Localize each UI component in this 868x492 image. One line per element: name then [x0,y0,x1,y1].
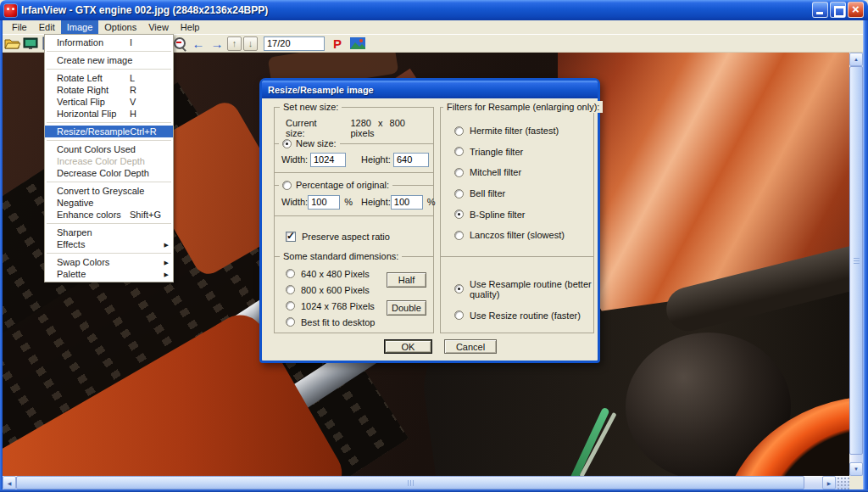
previous-image-icon[interactable]: ← [189,35,208,52]
horizontal-scroll-thumb[interactable] [16,476,804,489]
half-button[interactable]: Half [387,272,426,288]
menu-view[interactable]: View [142,20,175,34]
scroll-up-icon[interactable]: ▲ [849,53,863,66]
page-up-icon[interactable]: ↑ [227,36,242,51]
percentage-radio-row[interactable]: Percentage of original: [279,179,392,191]
set-new-size-group: Set new size: Current size: 1280 x 800 p… [274,107,434,333]
menu-item-negative[interactable]: Negative [45,197,173,209]
menu-item-convert-to-greyscale[interactable]: Convert to Greyscale [45,185,173,197]
menu-options[interactable]: Options [98,20,142,34]
triangle-filter-radio[interactable] [454,147,464,156]
print-icon[interactable]: P [333,36,342,51]
percentage-radio[interactable] [282,181,292,190]
standard-dimensions-subgroup: Some standard dimensions: 640 x 480 Pixe… [275,256,433,333]
titlebar: IrfanView - GTX engine 002.jpg (2848x213… [0,0,868,20]
resample-routine-radio[interactable] [454,284,464,294]
menu-item-rotate-left[interactable]: Rotate Left L [45,72,173,84]
dim-best-fit-radio[interactable] [286,317,295,327]
menu-item-sharpen[interactable]: Sharpen [45,226,173,238]
scroll-left-icon[interactable]: ◀ [3,476,16,489]
menu-edit[interactable]: Edit [33,20,61,34]
double-button[interactable]: Double [387,300,426,316]
resize-grip[interactable] [836,476,849,489]
resize-routine-radio[interactable] [454,310,464,320]
menu-separator [47,223,171,224]
bell-filter-option[interactable]: Bell filter [441,183,593,204]
resize-routine-option[interactable]: Use Resize routine (faster) [441,302,593,328]
new-height-input[interactable] [393,153,429,167]
lanczos-filter-radio[interactable] [454,231,464,240]
ok-button[interactable]: OK [384,339,432,354]
filters-group: Filters for Resample (enlarging only): H… [440,107,594,333]
new-width-input[interactable] [310,153,346,167]
scroll-right-icon[interactable]: ▶ [822,476,836,489]
percentage-subgroup: Percentage of original: Width: % Height:… [275,185,433,216]
scroll-down-icon[interactable]: ▼ [849,462,863,476]
resample-routine-option[interactable]: Use Resample routine (better quality) [441,276,593,302]
new-size-radio-row[interactable]: New size: [279,137,340,149]
horizontal-scrollbar[interactable]: ◀ ▶ [3,476,849,489]
dim-best-fit-option[interactable]: Best fit to desktop [286,314,375,330]
hermite-filter-radio[interactable] [454,126,464,136]
window-controls [812,2,864,18]
dim-800x600-radio[interactable] [286,285,295,294]
dim-640x480-option[interactable]: 640 x 480 Pixels [286,266,375,282]
scroll-track[interactable] [804,476,822,489]
dim-800x600-option[interactable]: 800 x 600 Pixels [286,282,375,298]
menu-separator [47,140,171,141]
filters-caption: Filters for Resample (enlarging only): [443,101,603,113]
preserve-aspect-label: Preserve aspect ratio [302,232,390,242]
image-menu-popup: Information I Create new image Rotate Le… [44,34,174,282]
pct-height-input[interactable] [391,195,423,210]
percentage-label: Percentage of original: [296,180,389,190]
menu-item-horizontal-flip[interactable]: Horizontal Flip H [45,108,173,120]
preserve-aspect-checkbox[interactable] [286,232,296,242]
page-number-input[interactable] [264,36,325,51]
menu-help[interactable]: Help [175,20,206,34]
vertical-scroll-thumb[interactable] [849,66,863,455]
menu-item-vertical-flip[interactable]: Vertical Flip V [45,96,173,108]
menu-item-palette[interactable]: Palette ▶ [45,268,173,280]
menu-item-information[interactable]: Information I [45,36,173,48]
menu-image[interactable]: Image [61,20,99,34]
menu-item-enhance-colors[interactable]: Enhance colors Shift+G [45,209,173,221]
wallpaper-icon[interactable] [348,35,367,52]
menu-item-increase-color-depth[interactable]: Increase Color Depth [45,155,173,167]
menu-item-create-new-image[interactable]: Create new image [45,54,173,66]
menu-file[interactable]: File [6,20,33,34]
dim-640x480-radio[interactable] [286,269,295,278]
submenu-arrow-icon: ▶ [164,242,169,248]
next-image-icon[interactable]: → [208,35,226,52]
hermite-filter-option[interactable]: Hermite filter (fastest) [441,120,593,142]
dim-1024x768-radio[interactable] [286,301,295,310]
maximize-button[interactable] [830,2,846,18]
close-button[interactable] [848,2,864,18]
submenu-arrow-icon: ▶ [164,271,169,277]
new-size-radio[interactable] [282,139,292,148]
bell-filter-radio[interactable] [454,189,464,198]
cancel-button[interactable]: Cancel [444,339,497,354]
menu-separator [47,253,171,254]
minimize-button[interactable] [812,2,828,18]
menu-item-decrease-color-depth[interactable]: Decrease Color Depth [45,167,173,179]
slideshow-icon[interactable] [21,35,40,52]
mitchell-filter-radio[interactable] [454,168,464,177]
vertical-scrollbar[interactable]: ▲ ▼ [849,53,863,476]
menu-item-resize-resample[interactable]: Resize/Resample Ctrl+R [45,126,173,137]
pct-width-input[interactable] [308,195,340,210]
open-folder-icon[interactable] [3,35,21,52]
filters-options: Hermite filter (fastest) Triangle filter… [441,108,593,256]
lanczos-filter-option[interactable]: Lanczos filter (slowest) [441,225,593,246]
triangle-filter-option[interactable]: Triangle filter [441,142,593,163]
percent-sign: % [427,197,436,207]
menu-item-swap-colors[interactable]: Swap Colors ▶ [45,256,173,268]
menu-item-count-colors-used[interactable]: Count Colors Used [45,143,173,155]
menu-item-effects[interactable]: Effects ▶ [45,238,173,250]
bspline-filter-radio[interactable] [454,210,464,219]
dim-1024x768-option[interactable]: 1024 x 768 Pixels [286,298,375,314]
bspline-filter-option[interactable]: B-Spline filter [441,204,593,225]
mitchell-filter-option[interactable]: Mitchell filter [441,162,593,183]
page-down-icon[interactable]: ↓ [243,36,258,51]
window-border-left [0,20,3,492]
menu-item-rotate-right[interactable]: Rotate Right R [45,84,173,96]
